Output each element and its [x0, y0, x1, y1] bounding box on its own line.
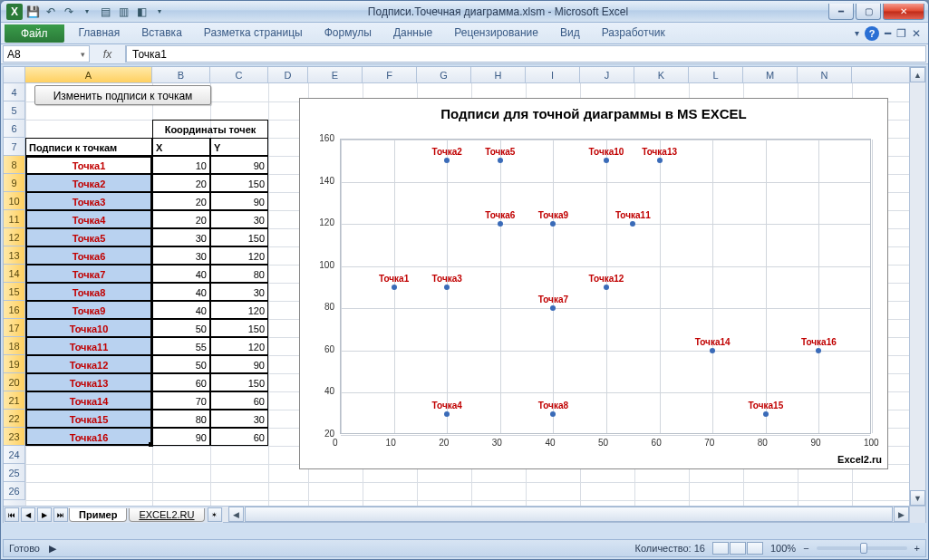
scroll-right-icon[interactable]: ▶	[894, 507, 909, 522]
fx-icon[interactable]: fx	[90, 45, 126, 63]
row-header[interactable]: 23	[4, 428, 25, 446]
scroll-down-icon[interactable]: ▼	[910, 490, 925, 506]
cells-area[interactable]: Изменить подписи к точкамКоординаты точе…	[25, 83, 909, 506]
cell[interactable]: 20	[152, 192, 210, 210]
cell[interactable]: Точка10	[25, 319, 152, 337]
zoom-out-icon[interactable]: −	[803, 543, 808, 554]
cell[interactable]: Точка5	[25, 228, 152, 246]
column-header[interactable]: H	[471, 67, 526, 82]
cell[interactable]: 30	[152, 246, 210, 265]
qat-dd-icon[interactable]: ▾	[151, 4, 168, 20]
cell[interactable]: Точка8	[25, 283, 152, 301]
ribbon-tab-home[interactable]: Главная	[68, 23, 131, 43]
row-header[interactable]: 18	[4, 337, 25, 355]
name-box[interactable]: A8▾	[3, 45, 90, 63]
cell[interactable]: Координаты точек	[152, 120, 268, 138]
cell[interactable]: 70	[152, 391, 210, 410]
cell[interactable]: 80	[152, 410, 210, 428]
row-header[interactable]: 9	[4, 174, 25, 192]
row-headers[interactable]: 4567891011121314151617181920212223242526	[4, 83, 25, 506]
cell[interactable]: Точка4	[25, 210, 152, 228]
cell[interactable]: 150	[210, 228, 268, 246]
minimize-button[interactable]: ━	[828, 4, 854, 20]
save-icon[interactable]: 💾	[24, 4, 41, 20]
new-sheet-icon[interactable]: ✶	[208, 507, 222, 522]
column-header[interactable]: B	[152, 67, 210, 82]
view-pagebreak-icon[interactable]	[747, 542, 763, 555]
cell[interactable]: Точка2	[25, 174, 152, 192]
tab-next-icon[interactable]: ▶	[37, 507, 52, 522]
view-pagelayout-icon[interactable]	[730, 542, 746, 555]
select-all-button[interactable]	[4, 67, 25, 83]
tab-first-icon[interactable]: ⏮	[5, 507, 19, 522]
ribbon-tab-pagelayout[interactable]: Разметка страницы	[193, 23, 314, 43]
column-header[interactable]: M	[743, 67, 798, 82]
cell[interactable]: Точка13	[25, 373, 152, 391]
column-header[interactable]: K	[634, 67, 689, 82]
row-header[interactable]: 24	[4, 446, 25, 464]
undo-icon[interactable]: ↶	[43, 4, 59, 20]
column-header[interactable]: L	[689, 67, 743, 82]
help-icon[interactable]: ?	[865, 26, 879, 41]
change-labels-button[interactable]: Изменить подписи к точкам	[34, 85, 211, 105]
cell[interactable]: 20	[152, 174, 210, 192]
ribbon-tab-review[interactable]: Рецензирование	[443, 23, 549, 43]
cell[interactable]: 55	[152, 337, 210, 355]
cell[interactable]: 30	[152, 228, 210, 246]
row-header[interactable]: 13	[4, 246, 25, 265]
ribbon-minimize-icon[interactable]: ▾	[855, 28, 859, 38]
row-header[interactable]: 16	[4, 301, 25, 319]
cell[interactable]: 150	[210, 174, 268, 192]
column-header[interactable]: G	[417, 67, 471, 82]
row-header[interactable]: 4	[4, 83, 25, 101]
row-header[interactable]: 21	[4, 391, 25, 410]
cell[interactable]: 20	[152, 210, 210, 228]
cell[interactable]: X	[152, 138, 210, 156]
cell[interactable]: Y	[210, 138, 268, 156]
cell[interactable]: 40	[152, 301, 210, 319]
cell[interactable]: 50	[152, 355, 210, 373]
vertical-scrollbar[interactable]: ▲ ▼	[909, 67, 925, 506]
cell[interactable]: Точка14	[25, 391, 152, 410]
tab-prev-icon[interactable]: ◀	[21, 507, 35, 522]
cell[interactable]: 30	[210, 283, 268, 301]
row-header[interactable]: 25	[4, 464, 25, 482]
cell[interactable]: Точка9	[25, 301, 152, 319]
view-normal-icon[interactable]	[712, 542, 729, 555]
cell[interactable]: Точка7	[25, 265, 152, 283]
qat-icon[interactable]: ▤	[97, 4, 113, 20]
row-header[interactable]: 6	[4, 120, 25, 138]
tab-last-icon[interactable]: ⏭	[53, 507, 68, 522]
cell[interactable]: Точка16	[25, 428, 152, 446]
file-tab[interactable]: Файл	[5, 24, 64, 43]
cell[interactable]: 50	[152, 319, 210, 337]
cell[interactable]: 90	[210, 192, 268, 210]
cell[interactable]: 90	[210, 355, 268, 373]
row-header[interactable]: 5	[4, 101, 25, 120]
row-header[interactable]: 14	[4, 265, 25, 283]
cell[interactable]: Точка3	[25, 192, 152, 210]
cell[interactable]: Точка6	[25, 246, 152, 265]
maximize-button[interactable]: ▢	[856, 4, 881, 20]
sheet-tab[interactable]: EXCEL2.RU	[129, 508, 204, 522]
macro-record-icon[interactable]: ▶	[49, 543, 56, 555]
column-header[interactable]: D	[268, 67, 308, 82]
cell[interactable]: Точка11	[25, 337, 152, 355]
row-header[interactable]: 26	[4, 482, 25, 500]
cell[interactable]: Точка12	[25, 355, 152, 373]
view-buttons[interactable]	[712, 542, 763, 555]
horizontal-scrollbar[interactable]: ◀ ▶	[228, 507, 909, 522]
column-header[interactable]: J	[580, 67, 634, 82]
column-header[interactable]: F	[363, 67, 417, 82]
cell[interactable]: 120	[210, 301, 268, 319]
cell[interactable]: 40	[152, 265, 210, 283]
qat-icon[interactable]: ▥	[115, 4, 131, 20]
cell[interactable]: Точка15	[25, 410, 152, 428]
formula-input[interactable]: Точка1	[126, 45, 926, 63]
column-header[interactable]: A	[25, 67, 152, 82]
cell[interactable]: Подписи к точкам	[25, 138, 152, 156]
column-header[interactable]: E	[308, 67, 363, 82]
cell[interactable]: 90	[210, 156, 268, 174]
ribbon-tab-view[interactable]: Вид	[549, 23, 591, 43]
scroll-up-icon[interactable]: ▲	[910, 67, 925, 82]
